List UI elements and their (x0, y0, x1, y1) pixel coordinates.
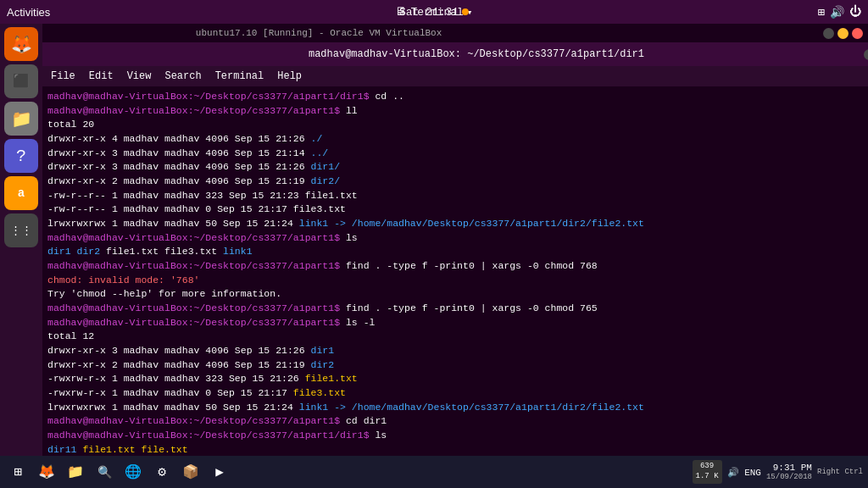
network-up: 639 (700, 462, 714, 470)
terminal-line: madhav@madhav-VirtualBox:~/Desktop/cs337… (47, 302, 868, 316)
terminal-line: dir11 file1.txt file.txt (47, 443, 868, 456)
system-tray: 🔊 ENG (727, 467, 761, 478)
terminal-line: Try 'chmod --help' for more information. (47, 287, 868, 302)
clock-taskbar: 9:31 PM 15/09/2018 (766, 463, 812, 481)
taskbar-right: 639 1.7 K 🔊 ENG 9:31 PM 15/09/2018 Right… (693, 460, 863, 483)
launcher-files-icon[interactable]: 📁 (4, 102, 38, 136)
activities-button[interactable]: Activities (7, 6, 50, 19)
vm-maximize-button[interactable] (837, 28, 849, 39)
terminal-window: madhav@madhav-VirtualBox: ~/Desktop/cs33… (42, 42, 868, 456)
terminal-line: lrwxrwxrwx 1 madhav madhav 50 Sep 15 21:… (47, 217, 868, 231)
vm-title-bar: ubuntu17.10 [Running] - Oracle VM Virtua… (0, 24, 868, 42)
vm-window-buttons (823, 28, 863, 39)
network-status: 639 1.7 K (693, 460, 722, 483)
terminal-content[interactable]: madhav@madhav-VirtualBox:~/Desktop/cs337… (42, 86, 868, 456)
volume-icon[interactable]: 🔊 (830, 5, 844, 19)
terminal-line: madhav@madhav-VirtualBox:~/Desktop/cs337… (47, 90, 868, 104)
launcher-help-icon[interactable]: ? (4, 139, 38, 173)
terminal-line: dir1 dir2 file1.txt file3.txt link1 (47, 245, 868, 259)
menu-edit[interactable]: Edit (89, 70, 114, 82)
taskbar: ⊞ 🦊 📁 🔍 🌐 ⚙ 📦 ▶ 639 1.7 K 🔊 ENG 9:31 PM … (0, 456, 868, 488)
vm-title-text: ubuntu17.10 [Running] - Oracle VM Virtua… (196, 28, 442, 38)
taskbar-files-icon[interactable]: 📁 (63, 459, 88, 485)
clock-text: Sat 21:31 (399, 6, 459, 19)
terminal-line: drwxr-xr-x 2 madhav madhav 4096 Sep 15 2… (47, 175, 868, 189)
terminal-line: drwxr-xr-x 2 madhav madhav 4096 Sep 15 2… (47, 358, 868, 373)
launcher-firefox-icon[interactable]: 🦊 (4, 27, 38, 61)
terminal-line: drwxr-xr-x 3 madhav madhav 4096 Sep 15 2… (47, 160, 868, 175)
terminal-line: drwxr-xr-x 3 madhav madhav 4096 Sep 15 2… (47, 147, 868, 161)
clock-area: Sat 21:31 (399, 6, 469, 19)
launcher-amazon-icon[interactable]: a (4, 176, 38, 210)
terminal-line: madhav@madhav-VirtualBox:~/Desktop/cs337… (47, 429, 868, 443)
display-icon[interactable]: ⊞ (818, 5, 825, 19)
menu-terminal[interactable]: Terminal (215, 70, 264, 82)
network-down: 1.7 K (696, 472, 719, 480)
launcher-terminal-icon[interactable]: ⬛ (4, 64, 38, 98)
menu-search[interactable]: Search (164, 70, 201, 82)
launcher: 🦊 ⬛ 📁 ? a ⋮⋮ (0, 24, 42, 456)
taskbar-time: 9:31 PM (766, 463, 812, 473)
taskbar-play-icon[interactable]: ▶ (207, 459, 232, 485)
terminal-line: madhav@madhav-VirtualBox:~/Desktop/cs337… (47, 104, 868, 119)
terminal-line: lrwxrwxrwx 1 madhav madhav 50 Sep 15 21:… (47, 401, 868, 415)
menu-help[interactable]: Help (277, 70, 302, 82)
terminal-line: madhav@madhav-VirtualBox:~/Desktop/cs337… (47, 414, 868, 429)
terminal-line: drwxr-xr-x 3 madhav madhav 4096 Sep 15 2… (47, 344, 868, 358)
terminal-line: -rwxrw-r-x 1 madhav madhav 323 Sep 15 21… (47, 372, 868, 386)
terminal-line: madhav@madhav-VirtualBox:~/Desktop/cs337… (47, 316, 868, 330)
notification-dot (462, 8, 469, 15)
terminal-title: madhav@madhav-VirtualBox: ~/Desktop/cs33… (309, 48, 644, 60)
power-icon[interactable]: ⏻ (849, 5, 861, 19)
taskbar-date: 15/09/2018 (766, 473, 812, 481)
right-ctrl-label: Right Ctrl (817, 468, 863, 476)
taskbar-search-icon[interactable]: 🔍 (92, 459, 117, 485)
terminal-line: total 12 (47, 330, 868, 344)
terminal-line: -rw-r--r-- 1 madhav madhav 0 Sep 15 21:1… (47, 202, 868, 217)
vm-close-button[interactable] (852, 28, 863, 39)
taskbar-box-icon[interactable]: 📦 (178, 459, 203, 485)
terminal-window-buttons (864, 49, 868, 60)
taskbar-settings-icon[interactable]: ⚙ (149, 459, 175, 485)
vm-minimize-button[interactable] (823, 28, 834, 39)
terminal-menubar: File Edit View Search Terminal Help (42, 66, 868, 86)
terminal-line: total 20 (47, 118, 868, 132)
launcher-apps-icon[interactable]: ⋮⋮ (4, 214, 38, 247)
system-bar: Activities 🖥 Terminal ▾ Sat 21:31 ⊞ 🔊 ⏻ (0, 0, 868, 24)
terminal-line: madhav@madhav-VirtualBox:~/Desktop/cs337… (47, 259, 868, 274)
terminal-line: -rwxrw-r-x 1 madhav madhav 0 Sep 15 21:1… (47, 386, 868, 401)
terminal-line: madhav@madhav-VirtualBox:~/Desktop/cs337… (47, 231, 868, 246)
taskbar-browser-icon[interactable]: 🌐 (120, 459, 146, 485)
menu-view[interactable]: View (127, 70, 152, 82)
term-minimize-button[interactable] (864, 49, 868, 60)
terminal-title-bar: madhav@madhav-VirtualBox: ~/Desktop/cs33… (42, 42, 868, 66)
terminal-line: drwxr-xr-x 4 madhav madhav 4096 Sep 15 2… (47, 132, 868, 147)
menu-file[interactable]: File (51, 70, 75, 82)
terminal-line: chmod: invalid mode: '768' (47, 274, 868, 288)
taskbar-firefox-icon[interactable]: 🦊 (34, 459, 59, 485)
terminal-line: -rw-r--r-- 1 madhav madhav 323 Sep 15 21… (47, 189, 868, 203)
system-icons: ⊞ 🔊 ⏻ (818, 5, 861, 19)
taskbar-start-icon[interactable]: ⊞ (5, 459, 31, 485)
